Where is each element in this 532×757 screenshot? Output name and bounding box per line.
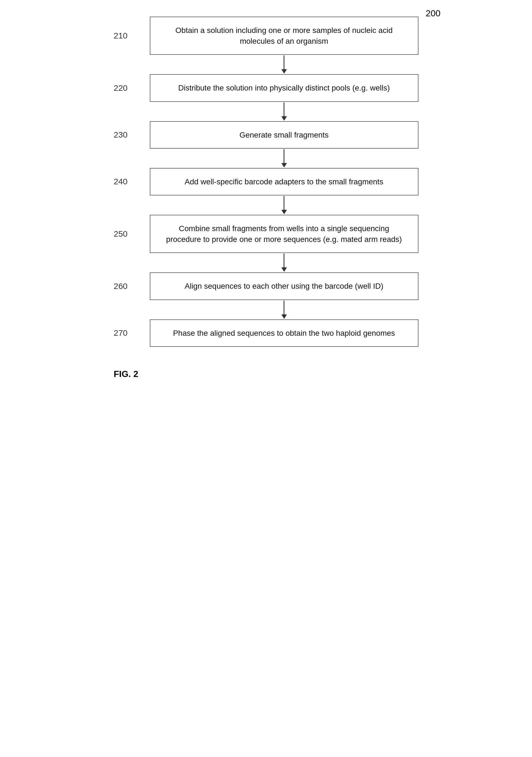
arrow-head-2 (281, 116, 287, 121)
arrow-head-6 (281, 315, 287, 319)
arrow-line-2 (281, 103, 287, 121)
arrow-line-4 (281, 196, 287, 214)
step-box-4: Add well-specific barcode adapters to th… (150, 168, 419, 196)
step-box-1: Obtain a solution including one or more … (150, 16, 419, 55)
arrow-2 (114, 102, 419, 121)
step-row-2: 220 Distribute the solution into physica… (114, 74, 419, 102)
step-box-3: Generate small fragments (150, 121, 419, 149)
step-row-3: 230 Generate small fragments (114, 121, 419, 149)
arrow-6 (114, 300, 419, 319)
arrow-head-4 (281, 210, 287, 214)
step-number-6: 260 (114, 282, 150, 291)
arrow-line-5 (281, 254, 287, 272)
figure-label: FIG. 2 (114, 369, 139, 379)
step-number-7: 270 (114, 328, 150, 338)
figure-id: 200 (426, 8, 440, 18)
arrow-line-1 (281, 55, 287, 74)
arrow-line-3 (281, 149, 287, 167)
arrow-5 (114, 253, 419, 272)
step-row-6: 260 Align sequences to each other using … (114, 272, 419, 300)
step-row-4: 240 Add well-specific barcode adapters t… (114, 168, 419, 196)
step-box-5: Combine small fragments from wells into … (150, 215, 419, 253)
arrow-shaft-1 (284, 55, 284, 69)
arrow-3 (114, 149, 419, 168)
arrow-shaft-2 (284, 103, 284, 116)
arrow-head-5 (281, 267, 287, 272)
step-number-1: 210 (114, 31, 150, 41)
step-number-5: 250 (114, 229, 150, 239)
step-row-1: 210 Obtain a solution including one or m… (114, 16, 419, 55)
arrow-shaft-3 (284, 149, 284, 163)
step-number-3: 230 (114, 130, 150, 139)
step-row-7: 270 Phase the aligned sequences to obtai… (114, 319, 419, 347)
diagram-wrapper: 200 210 Obtain a solution including one … (114, 16, 419, 379)
arrow-head-1 (281, 69, 287, 74)
arrow-shaft-4 (284, 196, 284, 210)
step-row-5: 250 Combine small fragments from wells i… (114, 215, 419, 253)
page-container: 200 210 Obtain a solution including one … (0, 0, 532, 757)
arrow-1 (114, 55, 419, 74)
step-box-2: Distribute the solution into physically … (150, 74, 419, 102)
arrow-4 (114, 196, 419, 215)
step-box-7: Phase the aligned sequences to obtain th… (150, 319, 419, 347)
step-number-4: 240 (114, 177, 150, 186)
arrow-head-3 (281, 163, 287, 167)
arrow-shaft-5 (284, 254, 284, 267)
step-box-6: Align sequences to each other using the … (150, 272, 419, 300)
arrow-line-6 (281, 301, 287, 319)
step-number-2: 220 (114, 83, 150, 93)
arrow-shaft-6 (284, 301, 284, 315)
